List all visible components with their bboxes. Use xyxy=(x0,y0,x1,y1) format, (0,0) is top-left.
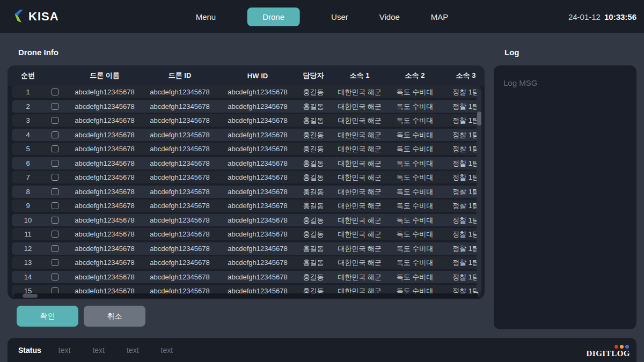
table-cell: 대한민국 해군 xyxy=(327,271,392,283)
log-placeholder: Log MSG xyxy=(503,78,537,87)
table-row[interactable]: 1abcdefgh12345678abcdefgh12345678abcdefg… xyxy=(12,86,481,98)
table-row[interactable]: 5abcdefgh12345678abcdefgh12345678abcdefg… xyxy=(12,143,481,155)
table-cell: 독도 수비대 xyxy=(392,157,438,169)
col-header-org1: 소속 1 xyxy=(327,71,392,80)
table-row[interactable]: 14abcdefgh12345678abcdefgh12345678abcdef… xyxy=(12,271,481,283)
table-cell: abcdefgh12345678 xyxy=(144,256,216,269)
table-cell: 독도 수비대 xyxy=(392,171,438,183)
table-cell: abcdefgh12345678 xyxy=(65,157,144,169)
table-cell: 홍길동 xyxy=(299,214,327,226)
table-cell: abcdefgh12345678 xyxy=(144,214,216,226)
table-cell: 독도 수비대 xyxy=(392,86,438,98)
row-checkbox[interactable] xyxy=(52,174,58,181)
checkbox-cell xyxy=(44,160,65,167)
vertical-scrollbar-thumb[interactable] xyxy=(477,112,481,125)
row-checkbox[interactable] xyxy=(52,145,58,152)
drone-info-section: Drone Info 순번 드론 이름 드론 ID HW ID 담당자 소속 1… xyxy=(8,33,485,329)
row-checkbox[interactable] xyxy=(52,274,58,280)
row-checkbox[interactable] xyxy=(52,231,58,238)
table-cell: abcdefgh12345678 xyxy=(65,228,144,240)
table-row[interactable]: 4abcdefgh12345678abcdefgh12345678abcdefg… xyxy=(12,129,481,141)
log-title: Log xyxy=(504,47,636,58)
row-checkbox[interactable] xyxy=(52,202,58,209)
row-checkbox[interactable] xyxy=(52,131,58,138)
table-cell: abcdefgh12345678 xyxy=(216,114,299,127)
table-cell: 독도 수비대 xyxy=(392,186,438,198)
table-row[interactable]: 7abcdefgh12345678abcdefgh12345678abcdefg… xyxy=(12,171,481,183)
table-cell: 홍길동 xyxy=(299,256,327,269)
kisa-logo-text: KISA xyxy=(28,10,59,24)
table-cell: 홍길동 xyxy=(299,271,327,283)
tab-vidoe[interactable]: Vidoe xyxy=(379,12,400,21)
kisa-logo-icon xyxy=(13,10,25,24)
table-cell: 대한민국 해군 xyxy=(327,214,392,226)
row-checkbox[interactable] xyxy=(52,188,58,195)
status-bar: Status texttexttexttext DIGITLOG xyxy=(8,338,636,362)
row-checkbox[interactable] xyxy=(52,88,58,95)
col-header-org2: 소속 2 xyxy=(392,71,438,80)
table-cell: abcdefgh12345678 xyxy=(144,271,216,283)
checkbox-cell xyxy=(44,145,65,152)
table-cell: 독도 수비대 xyxy=(392,143,438,155)
table-cell: 대한민국 해군 xyxy=(327,186,392,198)
checkbox-cell xyxy=(44,217,65,224)
table-cell: 독도 수비대 xyxy=(392,214,438,226)
row-checkbox[interactable] xyxy=(52,259,58,266)
table-cell: abcdefgh12345678 xyxy=(216,228,299,240)
table-row[interactable]: 3abcdefgh12345678abcdefgh12345678abcdefg… xyxy=(12,114,481,127)
checkbox-cell xyxy=(44,131,65,138)
table-cell: 11 xyxy=(12,228,44,240)
checkbox-cell xyxy=(44,88,65,95)
checkbox-cell xyxy=(44,259,65,266)
table-cell: abcdefgh12345678 xyxy=(65,186,144,198)
vertical-scrollbar[interactable] xyxy=(477,89,481,292)
tab-drone[interactable]: Drone xyxy=(247,8,300,26)
table-row[interactable]: 2abcdefgh12345678abcdefgh12345678abcdefg… xyxy=(12,100,481,113)
horizontal-scrollbar[interactable] xyxy=(14,293,478,298)
table-row[interactable]: 8abcdefgh12345678abcdefgh12345678abcdefg… xyxy=(12,186,481,198)
tab-menu[interactable]: Menu xyxy=(196,12,216,21)
table-row[interactable]: 12abcdefgh12345678abcdefgh12345678abcdef… xyxy=(12,242,481,255)
col-header-org3: 소속 3 xyxy=(438,71,485,80)
tab-user[interactable]: User xyxy=(331,12,348,21)
table-cell: abcdefgh12345678 xyxy=(216,86,299,98)
table-cell: abcdefgh12345678 xyxy=(216,214,299,226)
table-row[interactable]: 13abcdefgh12345678abcdefgh12345678abcdef… xyxy=(12,256,481,269)
table-cell: abcdefgh12345678 xyxy=(216,242,299,255)
table-cell: 3 xyxy=(12,114,44,127)
table-cell: abcdefgh12345678 xyxy=(144,143,216,155)
table-cell: 독도 수비대 xyxy=(392,129,438,141)
app-window: KISA Menu Drone User Vidoe MAP 24-01-12 … xyxy=(0,0,644,362)
table-cell: 대한민국 해군 xyxy=(327,143,392,155)
confirm-button[interactable]: 확인 xyxy=(17,306,78,327)
tab-map[interactable]: MAP xyxy=(431,12,449,21)
table-row[interactable]: 9abcdefgh12345678abcdefgh12345678abcdefg… xyxy=(12,200,481,212)
table-cell: 독도 수비대 xyxy=(392,242,438,255)
table-row[interactable]: 6abcdefgh12345678abcdefgh12345678abcdefg… xyxy=(12,157,481,169)
row-checkbox[interactable] xyxy=(52,160,58,167)
checkbox-cell xyxy=(44,174,65,181)
table-cell: abcdefgh12345678 xyxy=(144,242,216,255)
table-cell: abcdefgh12345678 xyxy=(144,114,216,127)
status-label: Status xyxy=(18,346,41,354)
row-checkbox[interactable] xyxy=(52,217,58,224)
table-cell: abcdefgh12345678 xyxy=(144,171,216,183)
table-row[interactable]: 11abcdefgh12345678abcdefgh12345678abcdef… xyxy=(12,228,481,240)
table-cell: abcdefgh12345678 xyxy=(144,186,216,198)
table-cell: abcdefgh12345678 xyxy=(65,114,144,127)
row-checkbox[interactable] xyxy=(52,103,58,110)
table-cell: abcdefgh12345678 xyxy=(65,200,144,212)
table-header-row: 순번 드론 이름 드론 ID HW ID 담당자 소속 1 소속 2 소속 3 xyxy=(8,65,485,86)
datetime: 24-01-12 10:33:56 xyxy=(568,0,636,33)
table-row[interactable]: 10abcdefgh12345678abcdefgh12345678abcdef… xyxy=(12,214,481,226)
cancel-button[interactable]: 취소 xyxy=(84,306,145,327)
row-checkbox[interactable] xyxy=(52,117,58,124)
col-header-hw-id: HW ID xyxy=(216,72,299,80)
checkbox-cell xyxy=(44,188,65,195)
horizontal-scrollbar-thumb[interactable] xyxy=(23,294,38,298)
row-checkbox[interactable] xyxy=(52,245,58,252)
checkbox-cell xyxy=(44,274,65,280)
status-item: text xyxy=(58,346,71,354)
table-cell: 1 xyxy=(12,86,44,98)
table-cell: 독도 수비대 xyxy=(392,228,438,240)
